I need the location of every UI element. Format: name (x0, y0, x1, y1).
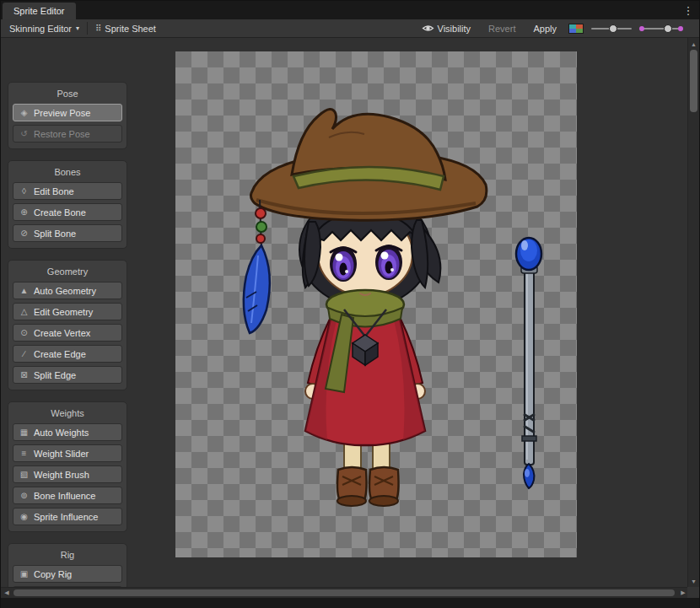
panel-bones: Bones ◊ Edit Bone ⊕ Create Bone ⊘ Split … (8, 160, 127, 249)
swatch-quad (569, 29, 576, 33)
tool-button-label: Create Bone (34, 207, 86, 218)
tool-button-label: Weight Slider (34, 449, 89, 459)
panel-geometry: Geometry ▲ Auto Geometry △ Edit Geometry… (8, 260, 127, 390)
horizontal-scrollbar[interactable]: ◀ ▶ (1, 587, 689, 598)
tool-sidebar: Pose ◈ Preview Pose ↺ Restore Pose Bones… (8, 82, 127, 587)
overlay-color-swatch[interactable] (568, 24, 584, 34)
panel-pose: Pose ◈ Preview Pose ↺ Restore Pose (8, 82, 127, 149)
tool-button-label: Copy Rig (34, 569, 72, 579)
toolbar: Skinning Editor ▾ ⠿ Sprite Sheet Visibil… (1, 19, 699, 38)
tool-button-label: Auto Weights (34, 428, 89, 438)
sprite-canvas-art (175, 51, 577, 557)
slider-accent-cap (678, 26, 683, 31)
pose-preview-icon: ◈ (19, 108, 30, 117)
panel-title: Weights (13, 406, 122, 423)
vertical-scrollbar[interactable]: ▲ ▼ (687, 38, 699, 587)
sprite-sheet-button[interactable]: ⠿ Sprite Sheet (89, 20, 162, 37)
tool-button-label: Edit Bone (34, 186, 74, 196)
preview-pose-button[interactable]: ◈ Preview Pose (13, 104, 122, 121)
edit-bone-button[interactable]: ◊ Edit Bone (13, 182, 122, 200)
panel-title: Bones (13, 165, 122, 182)
create-vertex-button[interactable]: ⊙ Create Vertex (13, 324, 122, 342)
tab-sprite-editor[interactable]: Sprite Editor (3, 3, 76, 19)
weight-slider-button[interactable]: ≡ Weight Slider (13, 444, 122, 462)
tool-button-label: Create Edge (34, 349, 86, 359)
scroll-down-icon[interactable]: ▼ (688, 576, 699, 586)
canvas-area: Pose ◈ Preview Pose ↺ Restore Pose Bones… (1, 38, 689, 587)
edge-split-icon: ⊠ (19, 370, 30, 379)
bone-create-icon: ⊕ (19, 207, 30, 217)
panel-title: Geometry (13, 265, 122, 282)
toolbar-right-group: Visibility Revert Apply (416, 20, 697, 37)
horizontal-scroll-thumb[interactable] (13, 589, 675, 596)
editor-mode-label: Skinning Editor (9, 24, 72, 34)
slider-knob[interactable] (664, 24, 672, 33)
weight-brush-icon: ▧ (19, 470, 30, 479)
restore-pose-button[interactable]: ↺ Restore Pose (13, 125, 122, 143)
chevron-down-icon: ▾ (76, 24, 79, 32)
kebab-menu-icon[interactable]: ⋮ (681, 3, 696, 18)
auto-weights-button[interactable]: ▦ Auto Weights (13, 423, 122, 441)
slider-knob[interactable] (609, 24, 617, 33)
bone-edit-icon: ◊ (19, 186, 30, 196)
panel-weights: Weights ▦ Auto Weights ≡ Weight Slider ▧… (8, 401, 127, 532)
scroll-up-icon[interactable]: ▲ (688, 39, 699, 49)
tab-strip: Sprite Editor ⋮ (1, 1, 699, 19)
create-edge-button[interactable]: ∕ Create Edge (13, 345, 122, 363)
tool-button-label: Auto Geometry (34, 286, 96, 296)
weights-auto-icon: ▦ (19, 428, 30, 437)
slider-track (641, 28, 681, 30)
sprite-sheet-grid-icon: ⠿ (95, 24, 101, 33)
tab-title: Sprite Editor (13, 6, 65, 16)
visibility-label: Visibility (438, 24, 471, 34)
weight-brush-button[interactable]: ▧ Weight Brush (13, 465, 122, 483)
toolbar-divider (87, 22, 88, 35)
tool-button-label: Bone Influence (34, 491, 95, 501)
auto-geometry-button[interactable]: ▲ Auto Geometry (13, 282, 122, 299)
editor-mode-dropdown[interactable]: Skinning Editor ▾ (3, 20, 85, 37)
tool-button-label: Split Bone (34, 229, 76, 239)
geometry-edit-icon: △ (19, 307, 30, 316)
edit-geometry-button[interactable]: △ Edit Geometry (13, 303, 122, 320)
pose-restore-icon: ↺ (19, 129, 30, 138)
sprite-influence-button[interactable]: ◉ Sprite Influence (13, 508, 122, 525)
tool-button-label: Sprite Influence (34, 512, 98, 522)
tool-button-label: Create Vertex (34, 328, 90, 338)
apply-button[interactable]: Apply (527, 20, 563, 37)
revert-button[interactable]: Revert (482, 20, 521, 37)
swatch-quad (576, 29, 583, 33)
panel-title: Rig (13, 548, 122, 565)
geometry-auto-icon: ▲ (19, 286, 30, 295)
bone-influence-icon: ⊚ (19, 491, 30, 500)
sprite-viewport[interactable] (175, 51, 577, 557)
staff-sprite (516, 238, 541, 488)
vertex-create-icon: ⊙ (19, 328, 30, 337)
tool-button-label: Preview Pose (34, 108, 90, 118)
sprite-influence-icon: ◉ (19, 512, 30, 521)
slider-accent-cap (639, 26, 644, 31)
bone-split-icon: ⊘ (19, 229, 30, 238)
sprite-editor-window: Sprite Editor ⋮ Skinning Editor ▾ ⠿ Spri… (0, 0, 700, 608)
overlay-opacity-slider[interactable] (590, 23, 633, 35)
character-sprite (244, 109, 487, 506)
edge-create-icon: ∕ (19, 349, 30, 358)
scroll-left-icon[interactable]: ◀ (2, 588, 12, 598)
panel-title: Pose (13, 87, 122, 104)
tool-button-label: Weight Brush (34, 470, 89, 480)
vertical-scroll-thumb[interactable] (690, 50, 697, 112)
split-bone-button[interactable]: ⊘ Split Bone (13, 224, 122, 242)
tool-button-label: Split Edge (34, 370, 76, 380)
window-bottom-strip (1, 598, 699, 608)
weight-slider-icon: ≡ (19, 449, 30, 458)
scrollbar-corner (687, 587, 699, 598)
tool-button-label: Restore Pose (34, 129, 90, 139)
copy-icon: ▣ (19, 569, 30, 578)
panel-rig: Rig ▣ Copy Rig ▤ Paste Rig (8, 543, 127, 587)
split-edge-button[interactable]: ⊠ Split Edge (13, 366, 122, 384)
copy-rig-button[interactable]: ▣ Copy Rig (13, 565, 122, 583)
visibility-toggle[interactable]: Visibility (416, 20, 477, 37)
bone-influence-button[interactable]: ⊚ Bone Influence (13, 487, 122, 504)
create-bone-button[interactable]: ⊕ Create Bone (13, 203, 122, 221)
tool-button-label: Edit Geometry (34, 307, 93, 317)
brush-opacity-slider[interactable] (639, 23, 683, 35)
